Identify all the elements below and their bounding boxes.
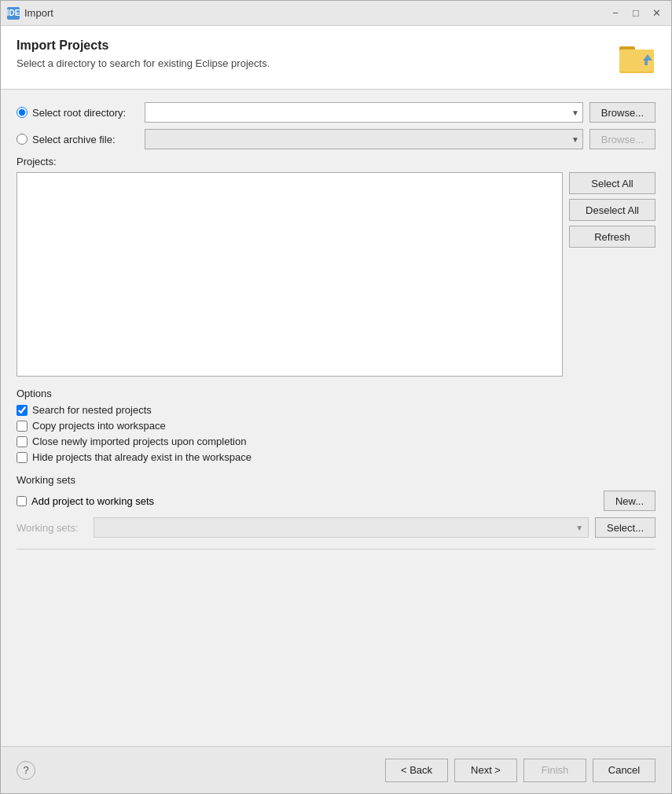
- minimize-button[interactable]: −: [607, 5, 624, 22]
- close-imported-row: Close newly imported projects upon compl…: [17, 436, 655, 447]
- root-directory-radio[interactable]: [17, 107, 28, 118]
- browse-root-button[interactable]: Browse...: [589, 102, 655, 123]
- projects-buttons: Select All Deselect All Refresh: [569, 172, 655, 377]
- maximize-button[interactable]: □: [627, 5, 644, 22]
- add-working-sets-label[interactable]: Add project to working sets: [31, 495, 154, 507]
- archive-file-combo: ▼: [145, 129, 583, 149]
- root-directory-label: Select root directory:: [32, 107, 126, 119]
- new-working-set-button[interactable]: New...: [604, 491, 655, 511]
- window-title: Import: [24, 7, 607, 19]
- page-description: Select a directory to search for existin…: [17, 57, 270, 69]
- add-working-sets-checkbox[interactable]: [17, 496, 27, 506]
- window-controls: − □ ✕: [607, 5, 665, 22]
- next-button[interactable]: Next >: [454, 759, 517, 782]
- footer: ? < Back Next > Finish Cancel: [1, 746, 671, 793]
- copy-projects-label[interactable]: Copy projects into workspace: [32, 420, 166, 432]
- archive-file-select[interactable]: [150, 130, 578, 149]
- header-text: Import Projects Select a directory to se…: [17, 39, 270, 69]
- hide-existing-row: Hide projects that already exist in the …: [17, 451, 655, 463]
- root-directory-radio-label[interactable]: Select root directory:: [17, 107, 138, 119]
- finish-button[interactable]: Finish: [523, 759, 586, 782]
- ide-icon: IDE: [7, 7, 20, 20]
- copy-projects-checkbox[interactable]: [17, 421, 28, 432]
- hide-existing-label[interactable]: Hide projects that already exist in the …: [32, 451, 252, 463]
- search-nested-row: Search for nested projects: [17, 404, 655, 416]
- working-sets-label-row: Working sets: ▼ Select...: [17, 517, 655, 538]
- root-directory-select[interactable]: [150, 103, 578, 122]
- deselect-all-button[interactable]: Deselect All: [569, 199, 655, 221]
- separator: [17, 549, 655, 550]
- archive-file-label: Select archive file:: [32, 134, 116, 145]
- working-sets-field-label: Working sets:: [17, 522, 87, 534]
- root-directory-combo[interactable]: ▼: [145, 102, 583, 123]
- svg-rect-4: [644, 59, 648, 65]
- back-button[interactable]: < Back: [385, 759, 448, 782]
- select-working-set-button[interactable]: Select...: [595, 517, 655, 538]
- select-all-button[interactable]: Select All: [569, 172, 655, 194]
- archive-file-radio[interactable]: [17, 134, 28, 145]
- options-title: Options: [17, 388, 655, 399]
- projects-list[interactable]: [17, 172, 563, 377]
- cancel-button[interactable]: Cancel: [593, 759, 655, 782]
- import-dialog: IDE Import − □ ✕ Import Projects Select …: [0, 0, 672, 794]
- close-imported-checkbox[interactable]: [17, 436, 28, 447]
- copy-projects-row: Copy projects into workspace: [17, 420, 655, 432]
- working-sets-title: Working sets: [17, 474, 655, 486]
- content-area: Select root directory: ▼ Browse... Selec…: [1, 90, 671, 746]
- hide-existing-checkbox[interactable]: [17, 452, 28, 463]
- help-button[interactable]: ?: [17, 761, 35, 780]
- search-nested-checkbox[interactable]: [17, 405, 28, 416]
- close-button[interactable]: ✕: [648, 5, 665, 22]
- projects-label: Projects:: [17, 156, 655, 167]
- browse-archive-button[interactable]: Browse...: [589, 129, 655, 149]
- dropdown-arrow-icon3: ▼: [575, 524, 583, 532]
- projects-area: Select All Deselect All Refresh: [17, 172, 655, 377]
- archive-file-row: Select archive file: ▼ Browse...: [17, 129, 655, 149]
- header-section: Import Projects Select a directory to se…: [1, 26, 671, 90]
- working-sets-select[interactable]: [99, 518, 575, 537]
- add-working-sets-row: Add project to working sets New...: [17, 491, 655, 511]
- options-section: Options Search for nested projects Copy …: [17, 388, 655, 463]
- refresh-button[interactable]: Refresh: [569, 226, 655, 248]
- close-imported-label[interactable]: Close newly imported projects upon compl…: [32, 436, 246, 447]
- root-directory-row: Select root directory: ▼ Browse...: [17, 102, 655, 123]
- working-sets-combo[interactable]: ▼: [94, 517, 589, 538]
- folder-icon: [618, 39, 655, 76]
- working-sets-section: Working sets Add project to working sets…: [17, 474, 655, 538]
- archive-file-radio-label[interactable]: Select archive file:: [17, 134, 138, 145]
- page-title: Import Projects: [17, 39, 270, 53]
- footer-buttons: < Back Next > Finish Cancel: [385, 759, 655, 782]
- search-nested-label[interactable]: Search for nested projects: [32, 404, 152, 416]
- titlebar: IDE Import − □ ✕: [1, 1, 671, 26]
